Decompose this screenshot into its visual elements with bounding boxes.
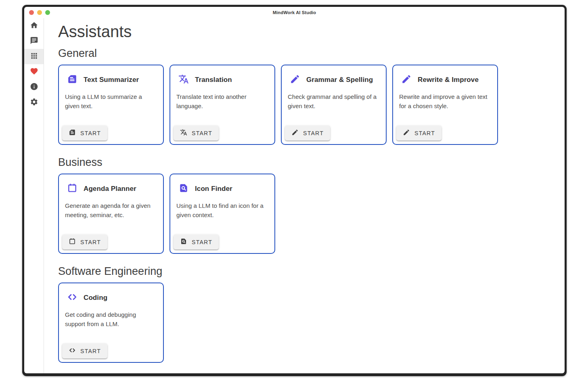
code-icon bbox=[67, 292, 77, 304]
app-body: Assistants General Text Summarizer Using… bbox=[24, 18, 565, 373]
window-title: MindWork AI Studio bbox=[273, 10, 316, 15]
card-description: Translate text into another language. bbox=[176, 92, 269, 111]
card-header: Translation bbox=[178, 74, 269, 86]
card-text-summarizer: Text Summarizer Using a LLM to summarize… bbox=[58, 65, 164, 145]
card-translation: Translation Translate text into another … bbox=[169, 65, 275, 145]
calendar-icon bbox=[69, 238, 76, 246]
translate-icon bbox=[178, 74, 189, 86]
start-button-label: START bbox=[80, 239, 101, 245]
start-translation-button[interactable]: START bbox=[174, 126, 219, 140]
cards-row-software-engineering: Coding Get coding and debugging support … bbox=[58, 283, 565, 363]
start-button-label: START bbox=[414, 130, 435, 136]
title-bar: MindWork AI Studio bbox=[24, 7, 565, 18]
traffic-lights bbox=[29, 7, 50, 18]
pencil-icon bbox=[403, 129, 410, 137]
chat-icon bbox=[30, 36, 38, 46]
start-text-summarizer-button[interactable]: START bbox=[62, 126, 107, 140]
start-button-label: START bbox=[80, 348, 101, 354]
pencil-icon bbox=[401, 74, 412, 86]
start-coding-button[interactable]: START bbox=[62, 343, 107, 358]
sidebar-item-home[interactable] bbox=[24, 18, 44, 33]
start-rewrite-improve-button[interactable]: START bbox=[396, 126, 442, 140]
card-header: Text Summarizer bbox=[67, 74, 157, 86]
minimize-window-button[interactable] bbox=[37, 10, 42, 15]
start-button-label: START bbox=[80, 130, 101, 136]
window-content: MindWork AI Studio bbox=[24, 7, 565, 373]
app-window: MindWork AI Studio bbox=[22, 5, 567, 376]
card-header: Rewrite & Improve bbox=[401, 74, 492, 86]
card-header: Icon Finder bbox=[178, 183, 269, 195]
sidebar bbox=[24, 18, 44, 373]
card-icon-finder: Icon Finder Using a LLM to find an icon … bbox=[169, 174, 275, 254]
code-icon bbox=[69, 347, 76, 355]
start-icon-finder-button[interactable]: START bbox=[174, 234, 219, 249]
card-title: Icon Finder bbox=[195, 185, 232, 193]
card-description: Generate an agenda for a given meeting, … bbox=[65, 201, 158, 220]
close-window-button[interactable] bbox=[29, 10, 34, 15]
card-rewrite-improve: Rewrite & Improve Rewrite and improve a … bbox=[392, 65, 498, 145]
card-description: Rewrite and improve a given text for a c… bbox=[399, 92, 492, 111]
page-search-icon bbox=[178, 183, 189, 195]
section-title-business: Business bbox=[58, 155, 565, 169]
card-description: Check grammar and spelling of a given te… bbox=[288, 92, 381, 111]
card-title: Grammar & Spelling bbox=[306, 76, 373, 84]
card-title: Coding bbox=[84, 294, 107, 302]
start-button-label: START bbox=[303, 130, 324, 136]
card-header: Grammar & Spelling bbox=[290, 74, 380, 86]
sidebar-item-favorites[interactable] bbox=[24, 64, 44, 80]
sidebar-item-assistants[interactable] bbox=[24, 49, 44, 64]
card-title: Text Summarizer bbox=[84, 76, 139, 84]
start-grammar-spelling-button[interactable]: START bbox=[285, 126, 330, 140]
section-title-software-engineering: Software Engineering bbox=[58, 264, 565, 278]
card-description: Get coding and debugging support from a … bbox=[65, 310, 158, 329]
page-search-icon bbox=[180, 238, 187, 246]
card-coding: Coding Get coding and debugging support … bbox=[58, 283, 164, 363]
summarize-icon bbox=[69, 129, 76, 137]
card-title: Agenda Planner bbox=[84, 185, 136, 193]
home-icon bbox=[30, 21, 38, 31]
sidebar-item-chat[interactable] bbox=[24, 33, 44, 49]
card-header: Coding bbox=[67, 292, 157, 304]
pencil-icon bbox=[290, 74, 300, 86]
card-title: Rewrite & Improve bbox=[418, 76, 479, 84]
cards-row-general: Text Summarizer Using a LLM to summarize… bbox=[58, 65, 565, 145]
cards-row-business: Agenda Planner Generate an agenda for a … bbox=[58, 174, 565, 254]
summarize-icon bbox=[67, 74, 77, 86]
section-title-general: General bbox=[58, 46, 565, 60]
info-icon bbox=[30, 82, 38, 92]
card-title: Translation bbox=[195, 76, 232, 84]
card-grammar-spelling: Grammar & Spelling Check grammar and spe… bbox=[281, 65, 387, 145]
translate-icon bbox=[180, 129, 187, 137]
card-description: Using a LLM to find an icon for a given … bbox=[176, 201, 269, 220]
page-title: Assistants bbox=[58, 22, 565, 41]
sidebar-item-settings[interactable] bbox=[24, 95, 44, 110]
heart-icon bbox=[30, 67, 38, 77]
start-agenda-planner-button[interactable]: START bbox=[62, 234, 107, 249]
card-description: Using a LLM to summarize a given text. bbox=[65, 92, 158, 111]
gear-icon bbox=[30, 98, 38, 108]
sidebar-item-about[interactable] bbox=[24, 80, 44, 95]
apps-grid-icon bbox=[30, 52, 38, 62]
pencil-icon bbox=[291, 129, 299, 137]
calendar-icon bbox=[67, 183, 77, 195]
card-header: Agenda Planner bbox=[67, 183, 157, 195]
start-button-label: START bbox=[192, 130, 212, 136]
main-content: Assistants General Text Summarizer Using… bbox=[44, 18, 565, 373]
zoom-window-button[interactable] bbox=[45, 10, 50, 15]
card-agenda-planner: Agenda Planner Generate an agenda for a … bbox=[58, 174, 164, 254]
start-button-label: START bbox=[192, 239, 212, 245]
